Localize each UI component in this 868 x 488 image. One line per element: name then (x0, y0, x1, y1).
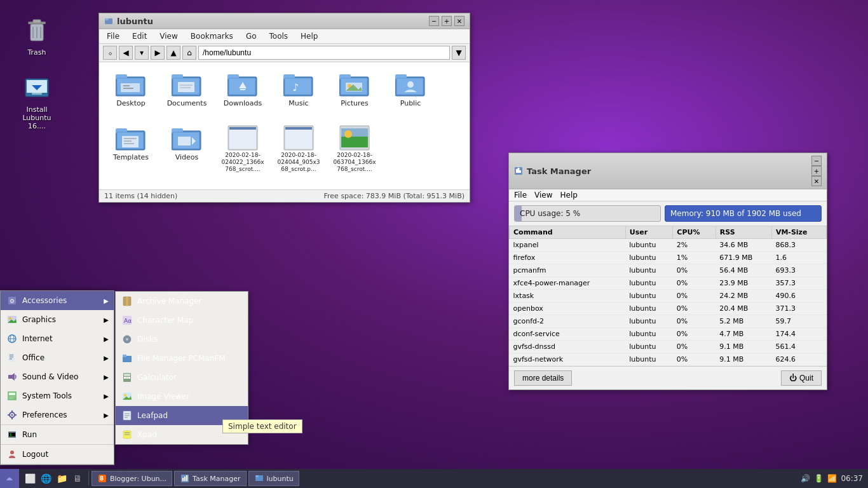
svg-rect-111 (11, 410, 13, 413)
file-item-scrot3[interactable]: 2020-02-18-063704_1366x768_scrot.... (329, 123, 380, 183)
fm-back-history-button[interactable]: ⬦ (103, 46, 117, 60)
taskbar-item-blogger[interactable]: B Blogger: Ubun... (92, 471, 172, 486)
table-row[interactable]: gvfsd-dnssd lubuntu 0% 9.1 MB 561.4 (510, 341, 827, 353)
file-item-desktop[interactable]: Desktop (105, 69, 156, 118)
sound-video-arrow: ▶ (104, 374, 109, 381)
proc-command: firefox (510, 252, 626, 264)
start-menu-run[interactable]: $_ Run (1, 425, 114, 444)
submenu-image-viewer[interactable]: Image Viewer (116, 387, 248, 406)
character-map-icon: Aα (121, 314, 133, 327)
file-item-downloads[interactable]: Downloads (217, 69, 268, 118)
start-menu-item-accessories[interactable]: ⚙ Accessories ▶ Archive Manager Aα (1, 291, 114, 310)
submenu-galculator[interactable]: Galculator (116, 368, 248, 387)
svg-point-76 (126, 338, 128, 341)
taskbar-item-task-manager[interactable]: Task Manager (174, 471, 246, 486)
start-menu-item-graphics[interactable]: Graphics ▶ (1, 310, 114, 329)
taskbar-item-lubuntu[interactable]: lubuntu (248, 471, 299, 486)
svg-rect-124 (184, 477, 186, 481)
fm-close-button[interactable]: ✕ (454, 16, 465, 26)
table-row[interactable]: dconf-service lubuntu 0% 4.7 MB 174.4 (510, 328, 827, 341)
fm-menu-go[interactable]: Go (243, 30, 259, 42)
fm-back-button[interactable]: ◀ (119, 46, 133, 60)
tm-close-button[interactable]: ✕ (811, 176, 822, 186)
fm-menu-file[interactable]: File (104, 30, 122, 42)
system-tools-icon (6, 390, 18, 402)
scrot1-icon (227, 125, 258, 151)
table-row[interactable]: gvfsd-network lubuntu 0% 9.1 MB 624.6 (510, 353, 827, 366)
svg-rect-57 (229, 127, 256, 130)
start-button[interactable] (0, 469, 19, 488)
fm-forward-button[interactable]: ▶ (151, 46, 165, 60)
table-row[interactable]: firefox lubuntu 1% 671.9 MB 1.6 (510, 252, 827, 264)
start-menu-item-office[interactable]: Office ▶ (1, 348, 114, 367)
tm-more-details-button[interactable]: more details (514, 370, 572, 386)
table-row[interactable]: lxpanel lubuntu 2% 34.6 MB 868.3 (510, 239, 827, 252)
fm-menu-view[interactable]: View (157, 30, 180, 42)
start-menu-item-sound-video[interactable]: Sound & Video ▶ (1, 367, 114, 386)
fm-maximize-button[interactable]: + (442, 16, 452, 26)
ql-show-desktop[interactable]: ⬜ (23, 471, 37, 485)
proc-vmsize: 1.6 (771, 252, 826, 264)
submenu-character-map[interactable]: Aα Character Map (116, 311, 248, 330)
fm-window-icon (104, 17, 113, 25)
preferences-label: Preferences (22, 410, 104, 419)
accessories-label: Accessories (22, 296, 104, 305)
fm-address-bar[interactable] (198, 46, 450, 60)
character-map-label: Character Map (137, 316, 193, 325)
file-item-scrot1[interactable]: 2020-02-18-024022_1366x768_scrot.... (217, 123, 268, 183)
start-menu-item-preferences[interactable]: Preferences ▶ (1, 405, 114, 424)
tm-quit-button[interactable]: ⏻ Quit (781, 370, 822, 386)
ql-files[interactable]: 📁 (55, 471, 69, 485)
fm-back-dropdown-button[interactable]: ▾ (135, 46, 149, 60)
tm-menu-view[interactable]: View (534, 191, 552, 200)
tm-col-rss[interactable]: RSS (715, 226, 771, 239)
tm-process-list[interactable]: Command User CPU% RSS VM-Size lxpanel lu… (509, 226, 827, 366)
fm-menu-tools[interactable]: Tools (267, 30, 291, 42)
tm-menu-help[interactable]: Help (560, 191, 578, 200)
file-item-documents[interactable]: Documents (161, 69, 212, 118)
table-row[interactable]: pcmanfm lubuntu 0% 56.4 MB 693.3 (510, 264, 827, 277)
start-menu-logout[interactable]: Logout (1, 445, 114, 464)
tm-col-vmsize[interactable]: VM-Size (771, 226, 826, 239)
memory-usage-bar: Memory: 910 MB of 1902 MB used (665, 205, 822, 222)
tm-col-cpu[interactable]: CPU% (673, 226, 716, 239)
table-row[interactable]: xfce4-power-manager lubuntu 0% 23.9 MB 3… (510, 277, 827, 290)
svg-rect-80 (124, 374, 130, 376)
fm-menu-help[interactable]: Help (298, 30, 320, 42)
table-row[interactable]: lxtask lubuntu 0% 24.2 MB 490.6 (510, 290, 827, 302)
svg-text:Aα: Aα (124, 318, 132, 324)
desktop-icon-install[interactable]: InstallLubuntu 16.... (14, 70, 60, 133)
tm-minimize-button[interactable]: ─ (811, 156, 822, 166)
proc-rss: 20.4 MB (715, 302, 771, 315)
submenu-disks[interactable]: Disks (116, 330, 248, 349)
fm-go-button[interactable]: ▼ (452, 46, 466, 60)
file-item-pictures[interactable]: Pictures (329, 69, 380, 118)
tm-col-user[interactable]: User (625, 226, 673, 239)
table-row[interactable]: gconfd-2 lubuntu 0% 5.2 MB 59.7 (510, 315, 827, 328)
proc-rss: 5.2 MB (715, 315, 771, 328)
proc-cpu: 0% (673, 290, 716, 302)
file-item-public[interactable]: Public (385, 69, 436, 118)
desktop-icon-trash[interactable]: Trash (14, 13, 60, 59)
fm-menu-bookmarks[interactable]: Bookmarks (188, 30, 236, 42)
start-menu-item-system-tools[interactable]: System Tools ▶ (1, 386, 114, 405)
table-row[interactable]: openbox lubuntu 0% 20.4 MB 371.3 (510, 302, 827, 315)
fm-minimize-button[interactable]: ─ (429, 16, 439, 26)
taskbar: ⬜ 🌐 📁 🖥 B Blogger: Ubun... Task Manager (0, 469, 868, 488)
tm-maximize-button[interactable]: + (811, 166, 822, 176)
tm-menu-file[interactable]: File (514, 191, 527, 200)
tray-volume-icon[interactable]: 🔊 (801, 474, 810, 483)
file-item-templates[interactable]: Templates (105, 123, 156, 183)
file-item-music[interactable]: ♪ Music (273, 69, 324, 118)
file-item-scrot2[interactable]: 2020-02-18-024044_905x368_scrot.p... (273, 123, 324, 183)
submenu-file-manager[interactable]: File Manager PCManFM (116, 349, 248, 368)
start-menu-item-internet[interactable]: Internet ▶ (1, 329, 114, 348)
tm-col-command[interactable]: Command (510, 226, 626, 239)
ql-terminal[interactable]: 🖥 (71, 471, 85, 485)
fm-menu-edit[interactable]: Edit (130, 30, 149, 42)
fm-up-button[interactable]: ▲ (166, 46, 180, 60)
submenu-archive-manager[interactable]: Archive Manager (116, 292, 248, 311)
fm-home-button[interactable]: ⌂ (182, 46, 196, 60)
ql-browser[interactable]: 🌐 (39, 471, 53, 485)
file-item-videos[interactable]: Videos (161, 123, 212, 183)
